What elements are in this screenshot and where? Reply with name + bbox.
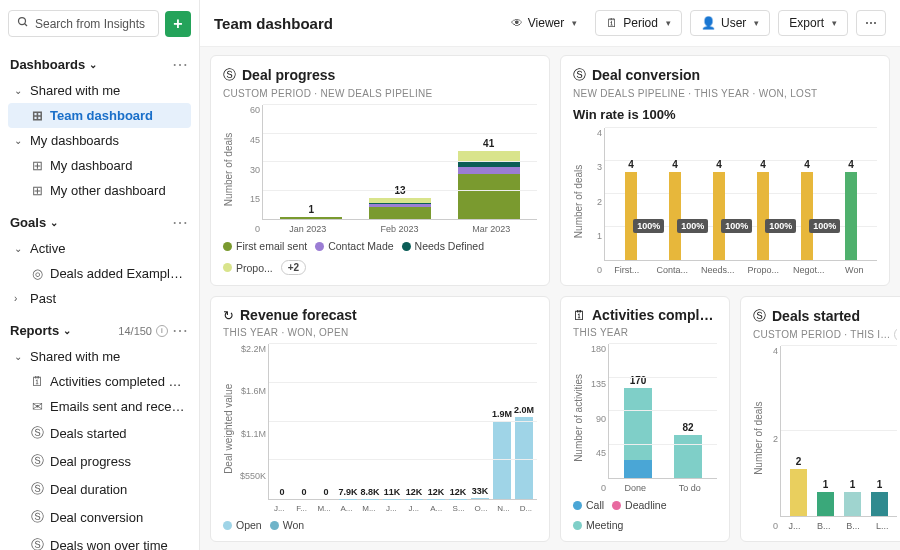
- svg-line-1: [25, 24, 28, 27]
- y-axis-label: Number of deals: [573, 128, 584, 275]
- sidebar-item-shared-with-me[interactable]: ⌄ Shared with me: [8, 78, 191, 103]
- email-icon: ✉: [30, 399, 44, 414]
- y-ticks: 420: [762, 346, 778, 531]
- more-pill[interactable]: +1: [894, 329, 897, 340]
- chevron-down-icon: ⌄: [50, 217, 58, 228]
- x-labels: First...Conta...Needs...Propo...Negot...…: [604, 261, 877, 275]
- sidebar: Search from Insights + Dashboards ⌄ ⋯ ⌄ …: [0, 0, 200, 550]
- sidebar-item-active[interactable]: ⌄ Active: [8, 236, 191, 261]
- card-activities-completed: 🗓 Activities complete... THIS YEAR Numbe…: [560, 296, 730, 542]
- x-labels: DoneTo do: [608, 479, 717, 493]
- y-ticks: $2.2M$1.6M$1.1M$550K: [232, 344, 266, 513]
- y-ticks: 18013590450: [582, 344, 606, 493]
- sidebar-item-reports-shared[interactable]: ⌄ Shared with me: [8, 344, 191, 369]
- page-title: Team dashboard: [214, 15, 333, 32]
- chevron-down-icon: ⌄: [14, 351, 24, 362]
- sidebar-item-deals-started[interactable]: ⓈDeals started: [8, 419, 191, 447]
- goals-section-menu[interactable]: ⋯: [172, 213, 189, 232]
- target-icon: ◎: [30, 266, 44, 281]
- calendar-icon: 🗓: [573, 308, 586, 323]
- chart-plot: 2111: [780, 346, 897, 517]
- dashboard-icon: ⊞: [30, 108, 44, 123]
- card-title: Activities complete...: [592, 307, 717, 323]
- currency-icon: Ⓢ: [30, 452, 44, 470]
- x-labels: J...B...B...L...: [780, 517, 897, 531]
- user-dropdown[interactable]: 👤 User: [690, 10, 770, 36]
- dashboards-section-menu[interactable]: ⋯: [172, 55, 189, 74]
- info-icon[interactable]: i: [156, 325, 168, 337]
- search-placeholder: Search from Insights: [35, 17, 145, 31]
- currency-icon: Ⓢ: [30, 536, 44, 550]
- sidebar-item-team-dashboard[interactable]: ⊞ Team dashboard: [8, 103, 191, 128]
- sidebar-item-my-dashboards[interactable]: ⌄ My dashboards: [8, 128, 191, 153]
- add-button[interactable]: +: [165, 11, 191, 37]
- reports-count: 14/150: [118, 325, 152, 337]
- sidebar-item-deal-progress[interactable]: ⓈDeal progress: [8, 447, 191, 475]
- currency-icon: Ⓢ: [30, 480, 44, 498]
- legend-more-pill[interactable]: +2: [281, 260, 306, 275]
- dashboards-section-header[interactable]: Dashboards ⌄: [10, 57, 97, 72]
- card-title: Deals started: [772, 308, 860, 324]
- card-subtitle: NEW DEALS PIPELINE · THIS YEAR · WON, LO…: [573, 88, 877, 99]
- chevron-down-icon: ⌄: [89, 59, 97, 70]
- currency-icon: Ⓢ: [753, 307, 766, 325]
- card-subtitle: THIS YEAR · WON, OPEN: [223, 327, 537, 338]
- sidebar-item-past[interactable]: › Past: [8, 286, 191, 311]
- chart-plot: 4100%4100%4100%4100%4100%4: [604, 128, 877, 261]
- eye-icon: 👁: [511, 16, 523, 30]
- currency-icon: Ⓢ: [223, 66, 236, 84]
- chart-plot: 11341: [262, 105, 537, 220]
- y-ticks: 604530150: [234, 105, 260, 234]
- chevron-down-icon: ⌄: [14, 243, 24, 254]
- sidebar-item-deals-won-over-time[interactable]: ⓈDeals won over time: [8, 531, 191, 550]
- card-deal-conversion: Ⓢ Deal conversion NEW DEALS PIPELINE · T…: [560, 55, 890, 286]
- dashboard-icon: ⊞: [30, 158, 44, 173]
- search-icon: [17, 16, 29, 31]
- sidebar-item-my-other-dashboard[interactable]: ⊞ My other dashboard: [8, 178, 191, 203]
- chevron-down-icon: ⌄: [14, 135, 24, 146]
- user-icon: 👤: [701, 16, 716, 30]
- card-subtitle: CUSTOM PERIOD · NEW DEALS PIPELINE: [223, 88, 537, 99]
- chart-legend: CallDeadlineMeeting: [573, 499, 717, 531]
- export-button[interactable]: Export: [778, 10, 848, 36]
- y-ticks: 43210: [584, 128, 602, 275]
- y-axis-label: Number of deals: [223, 105, 234, 234]
- card-title: Deal conversion: [592, 67, 700, 83]
- reports-section-header[interactable]: Reports ⌄: [10, 323, 71, 338]
- card-deal-progress: Ⓢ Deal progress CUSTOM PERIOD · NEW DEAL…: [210, 55, 550, 286]
- card-revenue-forecast: ↻ Revenue forecast THIS YEAR · WON, OPEN…: [210, 296, 550, 542]
- chart-legend: First email sentContact MadeNeeds Define…: [223, 240, 537, 275]
- chevron-right-icon: ›: [14, 293, 24, 304]
- card-title: Revenue forecast: [240, 307, 357, 323]
- calendar-icon: 🗓: [30, 374, 44, 389]
- sidebar-item-my-dashboard[interactable]: ⊞ My dashboard: [8, 153, 191, 178]
- sidebar-item-deal-duration[interactable]: ⓈDeal duration: [8, 475, 191, 503]
- card-subtitle: THIS YEAR: [573, 327, 717, 338]
- win-rate-message: Win rate is 100%: [573, 107, 877, 122]
- dashboard-icon: ⊞: [30, 183, 44, 198]
- goals-section-header[interactable]: Goals ⌄: [10, 215, 58, 230]
- search-input[interactable]: Search from Insights: [8, 10, 159, 37]
- chevron-down-icon: ⌄: [63, 325, 71, 336]
- chart-plot: 0007.9K8.8K11K12K12K12K33K1.9M2.0M: [268, 344, 537, 500]
- currency-icon: Ⓢ: [30, 424, 44, 442]
- sidebar-item-deals-added-example[interactable]: ◎ Deals added Example t...: [8, 261, 191, 286]
- calendar-icon: 🗓: [606, 16, 618, 30]
- currency-icon: Ⓢ: [573, 66, 586, 84]
- viewer-dropdown[interactable]: 👁 Viewer: [501, 11, 587, 35]
- sidebar-item-activities-completed[interactable]: 🗓Activities completed an...: [8, 369, 191, 394]
- sidebar-item-emails-sent[interactable]: ✉Emails sent and received: [8, 394, 191, 419]
- x-labels: J...F...M...A...M...J...J...A...S...O...…: [268, 500, 537, 513]
- currency-icon: Ⓢ: [30, 508, 44, 526]
- svg-point-0: [19, 18, 26, 25]
- card-subtitle: CUSTOM PERIOD · THIS IS +1: [753, 329, 897, 340]
- more-menu-button[interactable]: ⋯: [856, 10, 886, 36]
- chart-legend: OpenWon: [223, 519, 537, 531]
- forecast-icon: ↻: [223, 308, 234, 323]
- period-dropdown[interactable]: 🗓 Period: [595, 10, 682, 36]
- card-deals-started: Ⓢ Deals started CUSTOM PERIOD · THIS IS …: [740, 296, 900, 542]
- chart-plot: 17082: [608, 344, 717, 479]
- reports-section-menu[interactable]: ⋯: [172, 321, 189, 340]
- chevron-down-icon: ⌄: [14, 85, 24, 96]
- sidebar-item-deal-conversion[interactable]: ⓈDeal conversion: [8, 503, 191, 531]
